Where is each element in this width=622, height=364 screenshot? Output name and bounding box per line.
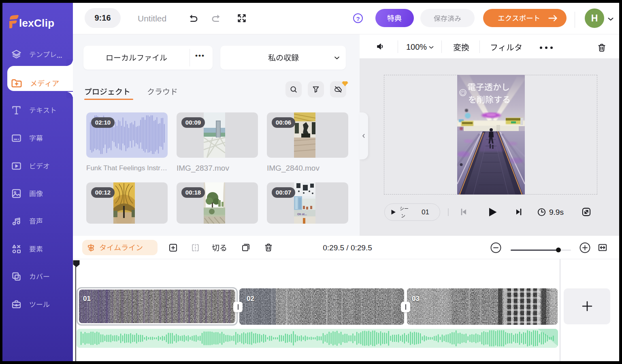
svg-text:lexClip: lexClip (19, 17, 54, 29)
svg-text:Oh st...: Oh st... (297, 213, 307, 216)
